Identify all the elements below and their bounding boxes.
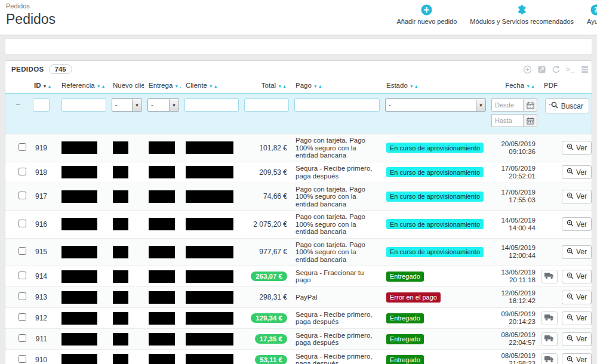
sql-icon[interactable]	[580, 65, 589, 74]
redacted-customer	[186, 354, 233, 364]
view-order-button[interactable]: Ver	[562, 217, 592, 231]
order-total: 17,35 €	[255, 334, 287, 344]
sort-icons-status[interactable]: ▼▲	[410, 84, 419, 88]
row-checkbox[interactable]	[19, 143, 26, 151]
column-header-status[interactable]: Estado▼▲	[381, 76, 488, 94]
row-checkbox[interactable]	[19, 247, 26, 255]
header-actions: Añadir nuevo pedido Módulos y Servicios …	[396, 4, 597, 25]
truck-icon	[544, 335, 554, 344]
table-row[interactable]: 913 298,31 € PayPal Error en el pago 12/…	[5, 287, 592, 308]
payment-method: Sequra - Recibe primero, paga después	[291, 350, 381, 364]
column-header-new-client: Nuevo cliente	[108, 76, 144, 94]
sort-icons-customer[interactable]: ▼▲	[209, 84, 219, 88]
filter-payment-input[interactable]	[294, 98, 380, 112]
filter-customer-input[interactable]	[184, 98, 239, 112]
filter-total-input[interactable]	[244, 98, 289, 112]
view-order-button[interactable]: Ver	[562, 332, 592, 346]
sort-icons-reference[interactable]: ▼▲	[97, 84, 106, 88]
row-checkbox[interactable]	[19, 313, 26, 321]
sort-icons-date[interactable]: ▼▲	[526, 84, 536, 88]
view-order-button[interactable]: Ver	[562, 245, 592, 259]
filter-row: -- - ▼ - ▼	[5, 94, 592, 134]
order-id: 913	[29, 287, 51, 308]
status-badge: Entregado	[386, 355, 424, 364]
redacted-new-client	[113, 354, 128, 364]
redacted-new-client	[113, 270, 128, 283]
view-order-button[interactable]: Ver	[562, 353, 592, 364]
view-order-button[interactable]: Ver	[562, 165, 592, 179]
view-order-button[interactable]: Ver	[562, 291, 592, 304]
table-row[interactable]: 918 209,53 € Sequra - Recibe primero, pa…	[5, 162, 592, 183]
sort-icons-delivery[interactable]: ▼▲	[174, 84, 181, 88]
column-header-date[interactable]: Fecha▼▲	[488, 76, 539, 94]
filter-delivery-select[interactable]: - ▼	[147, 98, 179, 112]
row-checkbox[interactable]	[19, 355, 26, 363]
redacted-new-client	[113, 218, 128, 230]
help-button[interactable]: ? Ayuda	[587, 4, 597, 25]
view-order-button[interactable]: Ver	[562, 270, 592, 283]
add-icon[interactable]	[523, 65, 532, 74]
filter-date-to-input[interactable]	[491, 114, 523, 127]
secondary-toolbar	[5, 38, 592, 55]
row-checkbox[interactable]	[19, 272, 26, 279]
redacted-reference	[61, 333, 97, 346]
row-checkbox[interactable]	[19, 292, 26, 300]
order-time: 21:58:23	[493, 360, 536, 364]
table-header-row: ID▼▲ Referencia▼▲ Nuevo cliente Entrega▼…	[5, 76, 592, 94]
delivery-slip-button[interactable]	[541, 332, 558, 346]
view-order-button[interactable]: Ver	[562, 311, 592, 325]
redacted-customer	[186, 141, 233, 154]
column-header-delivery[interactable]: Entrega▼▲	[144, 76, 181, 94]
column-header-payment[interactable]: Pago▼▲	[291, 76, 381, 94]
delivery-slip-button[interactable]	[541, 353, 558, 364]
filter-id-input[interactable]	[33, 98, 50, 112]
export-icon[interactable]	[537, 65, 546, 74]
order-date: 13/05/2019	[493, 269, 536, 276]
row-checkbox[interactable]	[19, 168, 26, 175]
table-row[interactable]: 914 263,07 € Sequra - Fraccionar tu pago…	[5, 266, 592, 287]
filter-reference-input[interactable]	[61, 98, 106, 112]
delivery-slip-button[interactable]	[541, 270, 558, 283]
column-header-id[interactable]: ID▼▲	[29, 76, 51, 94]
table-row[interactable]: 911 17,35 € Sequra - Recibe primero, pag…	[5, 329, 592, 350]
console-icon[interactable]: >_	[566, 66, 575, 73]
order-date: 17/05/2019	[493, 189, 536, 196]
sort-icons-payment[interactable]: ▼▲	[313, 84, 323, 88]
filter-status-select[interactable]: - ▼	[385, 98, 486, 112]
column-header-customer[interactable]: Cliente▼▲	[181, 76, 241, 94]
column-header-reference[interactable]: Referencia▼▲	[51, 76, 108, 94]
order-datetime: 14/05/2019 14:00:44	[488, 211, 539, 239]
table-row[interactable]: 912 129,34 € Sequra - Recibe primero, pa…	[5, 308, 592, 329]
row-checkbox[interactable]	[19, 220, 26, 227]
row-checkbox[interactable]	[19, 192, 26, 199]
calendar-icon[interactable]	[523, 114, 537, 127]
table-row[interactable]: 910 53,11 € Sequra - Recibe primero, pag…	[5, 350, 592, 364]
table-row[interactable]: 919 101,82 € Pago con tarjeta. Pago 100%…	[5, 134, 592, 162]
add-order-button[interactable]: Añadir nuevo pedido	[396, 4, 457, 25]
order-id: 910	[29, 350, 51, 364]
table-row[interactable]: 915 977,67 € Pago con tarjeta. Pago 100%…	[5, 238, 592, 266]
redacted-new-client	[113, 312, 128, 325]
sort-icons-id[interactable]: ▼▲	[43, 84, 51, 88]
column-header-total[interactable]: Total▼▲	[241, 76, 291, 94]
order-datetime: 17/05/2019 17:55:03	[488, 183, 539, 211]
table-row[interactable]: 917 74,66 € Pago con tarjeta. Pago 100% …	[5, 183, 592, 211]
sort-icons-total[interactable]: ▼▲	[278, 84, 287, 88]
table-row[interactable]: 916 2 075,20 € Pago con tarjeta. Pago 10…	[5, 211, 592, 239]
calendar-icon[interactable]	[523, 98, 537, 112]
order-datetime: 14/05/2019 12:00:44	[488, 238, 539, 266]
delivery-slip-button[interactable]	[541, 311, 558, 325]
redacted-customer	[186, 333, 233, 346]
refresh-icon[interactable]	[552, 65, 561, 74]
status-badge: En curso de aprovisionamiento	[386, 143, 484, 153]
row-checkbox[interactable]	[19, 334, 26, 342]
filter-date-from-input[interactable]	[491, 98, 523, 112]
help-icon: ?	[590, 4, 597, 16]
modules-button[interactable]: Módulos y Servicios recomendados	[470, 4, 574, 25]
payment-method: Sequra - Recibe primero, paga después	[291, 329, 381, 350]
order-id: 918	[29, 162, 51, 183]
filter-new-client-select[interactable]: - ▼	[112, 98, 142, 112]
redacted-reference	[61, 218, 97, 230]
view-order-button[interactable]: Ver	[562, 141, 592, 155]
view-order-button[interactable]: Ver	[562, 190, 592, 203]
